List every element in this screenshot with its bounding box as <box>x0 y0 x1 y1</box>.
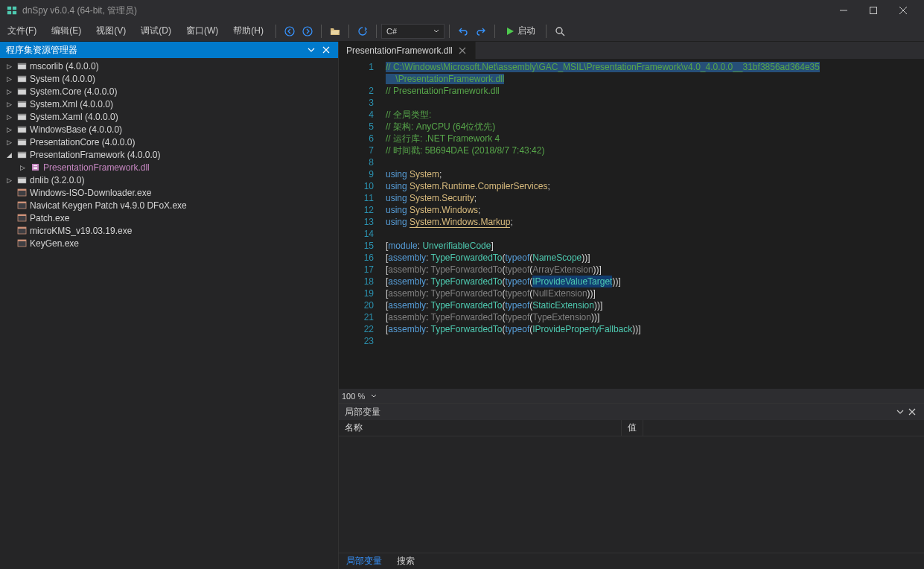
tree-expander[interactable]: ▷ <box>4 113 13 121</box>
nav-back-button[interactable] <box>281 22 299 40</box>
code-line[interactable]: [assembly: TypeForwardedTo(typeof(Static… <box>386 299 924 311</box>
maximize-button[interactable] <box>858 0 888 21</box>
code-line[interactable]: [assembly: TypeForwardedTo(typeof(NameSc… <box>386 252 924 264</box>
menu-debug[interactable]: 调试(D) <box>133 21 179 41</box>
menu-help[interactable]: 帮助(H) <box>226 21 271 41</box>
code-editor[interactable]: 1234567891011121314151617181920212223 //… <box>339 60 924 388</box>
line-gutter: 1234567891011121314151617181920212223 <box>339 60 380 388</box>
tree-node[interactable]: ▷System (4.0.0.0) <box>0 72 338 85</box>
tree-node[interactable]: Navicat Keygen Patch v4.9.0 DFoX.exe <box>0 199 338 212</box>
zoom-dropdown[interactable] <box>368 390 380 402</box>
svg-point-7 <box>556 28 562 34</box>
exe-icon <box>16 238 28 248</box>
search-button[interactable] <box>551 22 569 40</box>
bottom-tab-locals[interactable]: 局部变量 <box>339 553 389 569</box>
tree-node[interactable]: microKMS_v19.03.19.exe <box>0 224 338 237</box>
code-line[interactable]: using System; <box>386 168 924 180</box>
code-line[interactable]: using System.Security; <box>386 192 924 204</box>
tree-node[interactable]: ▷PresentationFramework.dll <box>0 161 338 174</box>
code-line[interactable]: // 时间戳: 5B694DAE (2018/8/7 7:43:42) <box>386 144 924 156</box>
tree-expander[interactable]: ▷ <box>4 177 13 184</box>
code-line[interactable]: [assembly: TypeForwardedTo(typeof(TypeEx… <box>386 311 924 323</box>
svg-rect-27 <box>34 168 37 169</box>
locals-close-button[interactable] <box>906 406 918 418</box>
tree-node-label: System.Core (4.0.0.0) <box>30 86 117 97</box>
code-line[interactable]: [module: UnverifiableCode] <box>386 240 924 252</box>
svg-rect-39 <box>18 240 26 241</box>
tree-expander[interactable]: ▷ <box>4 139 13 146</box>
locals-col-value[interactable]: 值 <box>622 420 643 436</box>
tree-node[interactable]: ▷PresentationCore (4.0.0.0) <box>0 136 338 148</box>
assembly-tree[interactable]: ▷mscorlib (4.0.0.0)▷System (4.0.0.0)▷Sys… <box>0 58 338 569</box>
svg-rect-2 <box>7 11 11 14</box>
code-line[interactable]: using System.Runtime.CompilerServices; <box>386 180 924 192</box>
reload-button[interactable] <box>354 22 372 40</box>
tree-node[interactable]: Patch.exe <box>0 212 338 224</box>
menu-window[interactable]: 窗口(W) <box>179 21 226 41</box>
code-line[interactable] <box>386 97 924 109</box>
bottom-tab-search[interactable]: 搜索 <box>389 553 422 569</box>
menu-edit[interactable]: 编辑(E) <box>44 21 89 41</box>
asm-icon <box>16 61 28 71</box>
tree-expander[interactable]: ▷ <box>18 164 27 171</box>
locals-columns: 名称 值 <box>339 420 924 436</box>
menu-file[interactable]: 文件(F) <box>0 21 44 41</box>
code-line[interactable] <box>386 335 924 347</box>
menubar: 文件(F) 编辑(E) 视图(V) 调试(D) 窗口(W) 帮助(H) C# 启… <box>0 21 924 42</box>
code-line[interactable]: // PresentationFramework.dll <box>386 85 924 97</box>
code-line[interactable]: [assembly: TypeForwardedTo(typeof(ArrayE… <box>386 264 924 276</box>
editor-tab[interactable]: PresentationFramework.dll <box>339 42 476 59</box>
code-line[interactable] <box>386 156 924 168</box>
code-line[interactable] <box>386 228 924 240</box>
close-button[interactable] <box>888 0 918 21</box>
tree-node[interactable]: ▷System.Core (4.0.0.0) <box>0 85 338 98</box>
bottom-tabs: 局部变量 搜索 <box>339 553 924 569</box>
code-line[interactable]: // 运行库: .NET Framework 4 <box>386 133 924 144</box>
open-button[interactable] <box>326 22 344 40</box>
code-area[interactable]: // C:\Windows\Microsoft.Net\assembly\GAC… <box>380 60 924 388</box>
tree-node[interactable]: ▷WindowsBase (4.0.0.0) <box>0 123 338 136</box>
code-line[interactable]: \PresentationFramework.dll <box>386 73 924 85</box>
tree-node[interactable]: ▷dnlib (3.2.0.0) <box>0 174 338 186</box>
tree-expander[interactable]: ▷ <box>4 63 13 70</box>
tree-node[interactable]: ▷mscorlib (4.0.0.0) <box>0 60 338 72</box>
code-line[interactable]: [assembly: TypeForwardedTo(typeof(NullEx… <box>386 287 924 299</box>
code-line[interactable]: using System.Windows.Markup; <box>386 216 924 228</box>
minimize-button[interactable] <box>829 0 858 21</box>
tree-expander[interactable]: ▷ <box>4 75 13 83</box>
panel-dropdown-button[interactable] <box>305 44 317 56</box>
svg-rect-15 <box>18 101 26 103</box>
chevron-down-icon <box>433 28 439 34</box>
tree-expander[interactable]: ◢ <box>4 151 13 159</box>
undo-button[interactable] <box>454 22 472 40</box>
tree-node-label: dnlib (3.2.0.0) <box>30 175 84 185</box>
menu-view[interactable]: 视图(V) <box>89 21 133 41</box>
code-line[interactable]: // 全局类型: <box>386 109 924 121</box>
language-select[interactable]: C# <box>381 24 445 39</box>
redo-button[interactable] <box>472 22 490 40</box>
locals-col-name[interactable]: 名称 <box>339 420 622 436</box>
locals-dropdown-button[interactable] <box>894 406 906 418</box>
tree-expander[interactable]: ▷ <box>4 101 13 108</box>
panel-close-button[interactable] <box>320 44 332 56</box>
tree-node[interactable]: ▷System.Xml (4.0.0.0) <box>0 98 338 110</box>
code-line[interactable]: [assembly: TypeForwardedTo(typeof(IProvi… <box>386 323 924 335</box>
nav-forward-button[interactable] <box>299 22 316 40</box>
tree-expander[interactable]: ▷ <box>4 126 13 133</box>
tree-node[interactable]: KeyGen.exe <box>0 237 338 249</box>
code-line[interactable]: // 架构: AnyCPU (64位优先) <box>386 121 924 133</box>
code-line[interactable]: using System.Windows; <box>386 204 924 216</box>
tree-node-label: microKMS_v19.03.19.exe <box>30 226 132 236</box>
code-line[interactable]: // C:\Windows\Microsoft.Net\assembly\GAC… <box>386 61 924 73</box>
tree-expander[interactable]: ▷ <box>4 88 13 95</box>
tree-node[interactable]: ▷System.Xaml (4.0.0.0) <box>0 110 338 123</box>
tree-node[interactable]: Windows-ISO-Downloader.exe <box>0 186 338 199</box>
tree-node[interactable]: ◢PresentationFramework (4.0.0.0) <box>0 148 338 161</box>
svg-point-6 <box>303 27 312 36</box>
exe-icon <box>16 213 28 223</box>
start-debug-button[interactable]: 启动 <box>500 23 541 39</box>
tree-node-label: System (4.0.0.0) <box>30 74 95 84</box>
separator <box>275 25 276 38</box>
tab-close-button[interactable] <box>457 45 468 56</box>
code-line[interactable]: [assembly: TypeForwardedTo(typeof(IProvi… <box>386 276 924 287</box>
